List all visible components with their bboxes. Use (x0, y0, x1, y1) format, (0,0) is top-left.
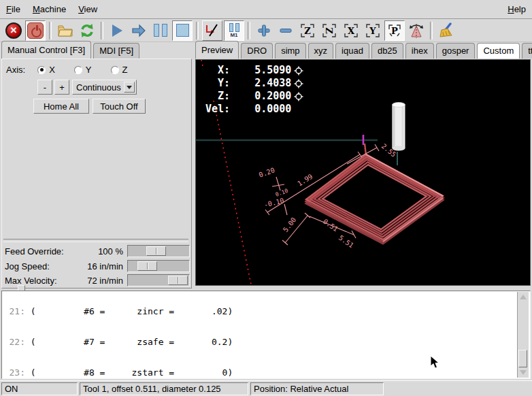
optional-pause-toggle[interactable]: M1 (224, 20, 244, 41)
tab-mdi[interactable]: MDI [F5] (93, 43, 139, 59)
machine-power-button[interactable] (25, 20, 46, 41)
radio-y-icon (74, 66, 82, 74)
machine-state-status: ON (1, 382, 78, 395)
view-p-button[interactable]: P (384, 20, 405, 41)
pause-button[interactable] (150, 20, 171, 41)
tab-ihex[interactable]: ihex (405, 43, 434, 59)
run-button[interactable] (107, 20, 127, 41)
gcode-listing[interactable]: 21: ( #6 = zincr = .02) 22: ( #7 = zsafe… (1, 291, 531, 379)
view-y-button[interactable]: Y (363, 20, 383, 41)
chevron-down-icon (127, 86, 132, 89)
max-velocity-handle[interactable] (168, 276, 188, 285)
tab-xyz[interactable]: xyz (308, 43, 334, 59)
preview-canvas[interactable]: 2.55 1.99 0.20 0.10 -0.10 5.00 0.51 5.51… (195, 59, 531, 286)
tab-gosper[interactable]: gosper (436, 43, 476, 59)
jog-speed-label: Jog Speed: (5, 261, 50, 271)
max-velocity-slider[interactable] (127, 274, 190, 286)
rotate-view-button[interactable] (406, 20, 427, 41)
axis-radio-z[interactable]: Z (111, 65, 128, 75)
limit-line (214, 101, 251, 284)
dro-row-y: Y:2.4038 (205, 77, 303, 90)
limit-line (201, 60, 203, 66)
gcode-line: 23: ( #8 = zstart = 0) (5, 367, 530, 378)
tab-dro[interactable]: DRO (241, 43, 273, 59)
tab-manual-control[interactable]: Manual Control [F3] (1, 41, 91, 59)
svg-text:Z: Z (304, 26, 311, 36)
manual-control-panel: Axis: X Y Z - + Continuous Home All Touc… (1, 59, 192, 288)
axis-radio-y[interactable]: Y (74, 65, 92, 75)
max-velocity-label: Max Velocity: (5, 276, 57, 286)
axis-radio-x[interactable]: X (37, 65, 55, 75)
view-z-icon: Z (300, 23, 315, 38)
feed-override-handle[interactable] (146, 246, 166, 256)
combo-arrow-button[interactable] (124, 82, 135, 93)
step-button[interactable] (129, 20, 149, 41)
tab-ttt[interactable]: ttt (522, 43, 532, 59)
jog-mode-select[interactable]: Continuous (72, 80, 137, 95)
view-z-button[interactable]: Z (297, 20, 318, 41)
jog-speed-handle[interactable] (137, 261, 157, 271)
dro-readout: X:5.5090 Y:2.4038 Z:0.2000 Vel:0.0000 (205, 64, 303, 116)
menu-help[interactable]: Help (501, 1, 532, 18)
svg-text:1.99: 1.99 (296, 173, 314, 188)
menu-machine[interactable]: Machine (27, 1, 72, 18)
view-x-button[interactable]: X (341, 20, 361, 41)
view-x-icon: X (344, 23, 359, 38)
gcode-line: 22: ( #7 = zsafe = 0.2) (5, 337, 530, 347)
feed-override-value: 100 % (98, 246, 123, 257)
view-z-rotated-button[interactable]: Z (319, 20, 339, 41)
axis-z-label: Z (122, 65, 128, 75)
reload-button[interactable] (77, 20, 97, 41)
svg-text:P: P (391, 26, 398, 36)
view-p-icon: P (387, 23, 402, 38)
stop-button[interactable] (172, 20, 193, 41)
svg-text:0.20: 0.20 (258, 166, 276, 179)
jog-speed-slider[interactable] (127, 260, 190, 272)
svg-text:Y: Y (369, 26, 376, 36)
open-file-button[interactable] (55, 20, 76, 41)
pause-icon (154, 24, 167, 37)
home-all-button[interactable]: Home All (33, 99, 89, 114)
feed-override-slider[interactable] (127, 245, 190, 257)
tab-iquad[interactable]: iquad (335, 43, 369, 59)
scroll-up-arrow[interactable] (518, 292, 528, 302)
view-z-rotated-icon: Z (322, 23, 337, 38)
max-velocity-value: 72 in/min (87, 276, 123, 286)
preview-tab-bar: Preview DRO simp xyz iquad db25 ihex gos… (195, 43, 532, 59)
tab-simp[interactable]: simp (275, 43, 305, 59)
tab-custom[interactable]: Custom (477, 43, 520, 59)
skip-lines-icon (204, 22, 220, 39)
scroll-down-arrow[interactable] (518, 367, 528, 378)
jog-speed-value: 16 in/min (87, 261, 123, 271)
toolpath-pocket (306, 154, 443, 244)
zoom-out-button[interactable] (276, 20, 296, 41)
view-y-icon: Y (365, 23, 380, 38)
zoom-in-button[interactable] (254, 20, 274, 41)
panel-divider (3, 239, 188, 242)
estop-button[interactable]: ✕ (3, 20, 24, 41)
tab-preview[interactable]: Preview (195, 41, 239, 59)
dro-row-vel: Vel:0.0000 (205, 103, 303, 116)
broom-icon (437, 22, 455, 39)
optional-pause-icon: M1 (229, 23, 239, 38)
axis-label: Axis: (6, 65, 25, 75)
svg-text:5.51: 5.51 (337, 234, 355, 250)
position-mode-status: Position: Relative Actual (250, 382, 384, 395)
gcode-scrollbar[interactable] (517, 292, 529, 378)
skip-lines-toggle[interactable] (202, 20, 222, 41)
menu-file[interactable]: File (0, 1, 27, 18)
tab-db25[interactable]: db25 (371, 43, 403, 59)
touch-off-button[interactable]: Touch Off (93, 99, 146, 114)
jog-minus-button[interactable]: - (37, 80, 52, 95)
toolbar-separator (49, 22, 52, 39)
scroll-thumb[interactable] (518, 350, 527, 367)
radio-x-icon (37, 66, 46, 74)
homed-icon (294, 92, 303, 101)
menu-view[interactable]: View (72, 1, 103, 18)
stop-icon (176, 24, 189, 37)
axis-x-label: X (49, 65, 55, 75)
menu-bar: File Machine View Help (0, 0, 532, 19)
clear-plot-button[interactable] (436, 20, 456, 41)
jog-plus-button[interactable]: + (54, 80, 69, 95)
toolbar-separator (430, 22, 433, 39)
